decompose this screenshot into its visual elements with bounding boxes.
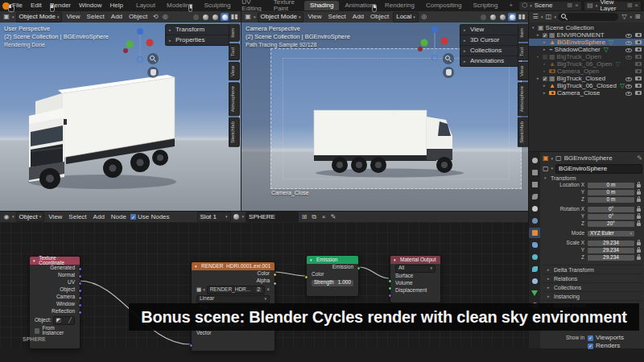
select-menu[interactable]: Select [326, 14, 349, 20]
lock-icon[interactable] [637, 249, 641, 253]
unlink-image-icon[interactable]: × [266, 287, 270, 293]
tab-modifiers[interactable] [529, 240, 540, 250]
lock-icon[interactable] [637, 242, 641, 245]
tab-physics[interactable] [529, 264, 540, 274]
hide-viewport-icon[interactable] [625, 84, 632, 88]
material-slot-dropdown[interactable]: Slot 1▾ [197, 212, 231, 222]
workspace-tab-sculpting[interactable]: Sculpting [198, 1, 236, 10]
hide-viewport-icon[interactable] [625, 76, 632, 81]
outliner-row-bgenvirosphere[interactable]: ▸▲ BGEnviroSphere ▽ [529, 39, 644, 46]
tab-world[interactable] [529, 216, 540, 226]
overlays-toggle-icon[interactable]: ▮▮ [230, 13, 238, 21]
rotation-z-field[interactable]: 20° [588, 221, 634, 227]
transform-space-dropdown[interactable]: Local▾ [393, 12, 419, 23]
tab-scene[interactable] [529, 204, 540, 214]
panel-collections[interactable]: ▸Collections [460, 46, 518, 56]
editor-type-icon[interactable]: ▣ [2, 13, 10, 21]
select-menu[interactable]: Select [85, 14, 107, 20]
disable-render-icon[interactable] [635, 69, 642, 73]
transform-orientation-icon[interactable]: ⟲ [151, 13, 159, 21]
disable-render-icon[interactable] [635, 62, 642, 66]
shading-wireframe-button[interactable] [192, 13, 200, 21]
menu-help[interactable]: Help [105, 2, 126, 9]
snap-magnet-icon[interactable]: ◎ [161, 13, 169, 21]
tab-tool[interactable]: Tool [229, 43, 240, 60]
unlink-material-icon[interactable]: × [320, 213, 328, 221]
workspace-tab-shading[interactable]: Shading [304, 1, 339, 10]
new-collection-icon[interactable]: ⊞ [634, 13, 642, 21]
location-z-field[interactable]: 0 m [588, 197, 634, 203]
tab-item[interactable]: Item [229, 24, 240, 42]
overlays-toggle-icon[interactable]: ▮▮ [518, 13, 526, 21]
outliner-row-scene-collection[interactable]: ▾▣ Scene Collection [529, 24, 644, 31]
material-name-field[interactable]: SPHERE [246, 212, 299, 222]
hide-viewport-icon[interactable] [625, 33, 632, 38]
outliner-row-camera-close[interactable]: ▸ Camera_Close [529, 89, 644, 97]
node-emission[interactable]: ▾Emission Emission Color Strength 1.000 [306, 255, 359, 297]
lock-icon[interactable] [637, 216, 641, 219]
node-material-output[interactable]: ▾Material Output All▾ Surface Volume Dis… [390, 255, 441, 303]
shader-type-dropdown[interactable]: Object▾ [16, 212, 45, 222]
lock-icon[interactable] [637, 199, 641, 202]
zoom-button[interactable] [147, 53, 159, 64]
from-instancer-checkbox[interactable] [35, 328, 39, 334]
add-menu[interactable]: Add [350, 14, 366, 20]
workspace-tab-compositing[interactable]: Compositing [420, 1, 467, 10]
mode-dropdown[interactable]: Object Mode▾ [16, 12, 63, 23]
zoom-button[interactable] [443, 53, 454, 64]
tab-sketchfab[interactable]: Sketchfab [518, 117, 529, 147]
node-menu[interactable]: Node [109, 214, 129, 220]
tab-sketchfab[interactable]: Sketchfab [229, 117, 240, 147]
object-menu[interactable]: Object [126, 14, 150, 20]
outliner-filter-mode-icon[interactable]: ◫ [545, 13, 553, 21]
shading-solid-button[interactable] [201, 13, 209, 21]
hide-viewport-icon[interactable] [625, 55, 632, 60]
disable-render-icon[interactable] [635, 40, 642, 44]
hide-viewport-icon[interactable] [625, 40, 632, 45]
scale-z-field[interactable]: 29.234 [588, 255, 634, 261]
panel-3d-cursor[interactable]: ▸3D Cursor [460, 35, 518, 46]
shading-solid-button[interactable] [489, 13, 497, 21]
snap-magnet-icon[interactable]: ◎ [420, 13, 428, 21]
transform-panel-header[interactable]: ▾Transform [543, 174, 642, 182]
select-menu[interactable]: Select [66, 214, 89, 220]
tab-render[interactable] [529, 167, 540, 178]
image-datablock-field[interactable]: RENDER_HDR... 2 [207, 286, 266, 294]
panel-transform[interactable]: ▸Transform [166, 25, 229, 35]
menu-window[interactable]: Window [75, 2, 105, 9]
lock-icon[interactable] [637, 208, 641, 212]
outliner-row-bigtruck-open[interactable]: ▸▦ BigTruck_Open [529, 53, 644, 60]
workspace-tab-rendering[interactable]: Rendering [379, 1, 420, 10]
renders-checkbox[interactable]: ✓ [588, 343, 593, 349]
tab-atmosphere[interactable]: Atmosphere [518, 82, 529, 116]
object-menu[interactable]: Object [368, 14, 391, 20]
use-nodes-checkbox[interactable]: ✓ [130, 214, 136, 220]
lock-icon[interactable] [637, 191, 641, 195]
outliner-row-camera-open[interactable]: ▸ Camera_Open [529, 68, 644, 75]
tab-object[interactable] [529, 228, 540, 238]
rotation-x-field[interactable]: 0° [588, 207, 634, 212]
tab-tool[interactable]: Tool [518, 43, 529, 60]
outliner-row-environment[interactable]: ▸✓▦ ENVIRONMENT [529, 31, 644, 39]
menu-edit[interactable]: Edit [27, 2, 46, 9]
hide-viewport-icon[interactable] [625, 47, 632, 52]
shading-wireframe-button[interactable] [479, 13, 487, 21]
copy-material-icon[interactable]: ⧉ [310, 213, 318, 221]
panel-properties[interactable]: ▸Properties [166, 35, 229, 45]
workspace-tab-layout[interactable]: Layout [130, 1, 161, 10]
workspace-tab-modeling[interactable]: Modeling [161, 1, 198, 10]
tab-view[interactable]: View [229, 62, 240, 80]
pin-icon[interactable]: ✎ [637, 155, 642, 162]
tab-output[interactable] [529, 179, 540, 190]
shading-rendered-button[interactable] [508, 13, 516, 21]
viewport-3d-right[interactable]: ✛ Camera_Close Camera Perspective (2) Sc… [241, 23, 529, 211]
view-menu[interactable]: View [305, 14, 324, 20]
disable-render-icon[interactable] [635, 55, 642, 59]
rotation-y-field[interactable]: 0° [588, 214, 634, 220]
location-y-field[interactable]: 0 m [588, 190, 634, 195]
lock-icon[interactable] [637, 223, 641, 226]
panel-view[interactable]: ▸View [460, 25, 518, 35]
workspace-tab-add[interactable]: + [504, 1, 519, 10]
scale-y-field[interactable]: 29.234 [588, 248, 634, 253]
shading-material-button[interactable] [498, 13, 506, 21]
